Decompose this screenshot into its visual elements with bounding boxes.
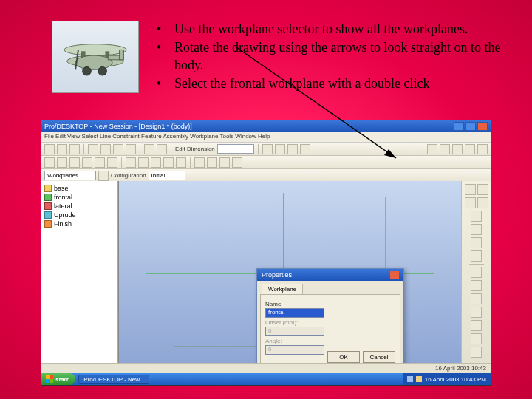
spline-icon[interactable] [107, 157, 117, 168]
feature-icon[interactable] [207, 157, 217, 168]
close-button[interactable] [477, 122, 488, 131]
cancel-button[interactable]: Cancel [363, 351, 395, 363]
feature-icon [44, 220, 52, 228]
arc-icon[interactable] [95, 157, 105, 168]
status-date: 16 April 2003 10:43 [435, 365, 486, 372]
top-icon[interactable] [471, 333, 482, 344]
nav-icon[interactable] [465, 197, 476, 208]
tool-icon[interactable] [275, 144, 285, 154]
select-icon[interactable] [44, 157, 55, 168]
tree-item[interactable]: lateral [44, 202, 115, 211]
instruction-3: Select the frontal workplane with a doub… [174, 75, 502, 92]
svg-point-4 [75, 55, 112, 69]
plane-icon [44, 194, 52, 201]
windows-logo-icon [46, 375, 53, 383]
workplane-tab[interactable]: Workplane [262, 284, 303, 294]
feature-icon[interactable] [194, 157, 205, 168]
system-tray[interactable]: 16 April 2003 10:43 PM [403, 373, 491, 385]
top-row: •Use the workplane selector to show all … [52, 21, 502, 95]
angle-input: 0 [265, 345, 324, 355]
view-icon[interactable] [465, 144, 475, 154]
constraint-icon[interactable] [138, 157, 149, 168]
tool-icon[interactable] [287, 144, 298, 154]
help-icon[interactable] [477, 144, 488, 154]
circle-icon[interactable] [69, 157, 80, 168]
maximize-button[interactable] [466, 122, 476, 131]
feature-icon[interactable] [232, 157, 242, 168]
tool-icon[interactable] [300, 144, 310, 154]
instruction-1: Use the workplane selector to show all t… [174, 21, 502, 38]
constraint-icon[interactable] [126, 157, 136, 168]
tree-item[interactable]: base [44, 184, 115, 193]
ok-button[interactable]: OK [327, 351, 360, 363]
view-icon[interactable] [427, 144, 437, 154]
properties-dialog: Properties Workplane Name: frontal Offse… [256, 268, 404, 378]
svg-rect-6 [120, 50, 124, 59]
right-toolbar [461, 181, 491, 373]
dialog-help-button[interactable] [381, 271, 390, 279]
constraint-icon[interactable] [163, 157, 174, 168]
feature-tree: base frontal lateral Uprude Finish [41, 181, 117, 231]
undo-icon[interactable] [144, 144, 154, 154]
browser-panel: base frontal lateral Uprude Finish [41, 181, 118, 373]
dialog-titlebar[interactable]: Properties [257, 269, 403, 281]
workplane-selector[interactable]: Workplanes [44, 171, 96, 180]
dialog-body: Name: frontal Offset (mm): 0 Angle: 0 OK… [260, 294, 400, 366]
tray-icon[interactable] [416, 376, 422, 382]
menu-bar[interactable]: File Edit View Select Line Constraint Fe… [41, 132, 491, 143]
open-icon[interactable] [57, 144, 67, 154]
view-icon[interactable] [452, 144, 463, 154]
nav-icon[interactable] [465, 184, 476, 195]
name-input[interactable]: frontal [265, 308, 324, 318]
app-title: Pro/DESKTOP - New Session - [Design1 * (… [44, 123, 192, 130]
minimize-button[interactable] [454, 122, 464, 131]
copy-icon[interactable] [113, 144, 123, 154]
3d-viewport[interactable]: Properties Workplane Name: frontal Offse… [118, 181, 461, 373]
shade-icon[interactable] [471, 267, 482, 278]
front-icon[interactable] [471, 320, 482, 331]
pan-icon[interactable] [471, 237, 482, 248]
wireframe-icon[interactable] [471, 280, 482, 291]
hidden-icon[interactable] [471, 293, 482, 304]
nav-icon[interactable] [477, 184, 488, 195]
tree-item[interactable]: Uprude [44, 211, 115, 219]
name-label: Name: [265, 301, 395, 307]
config-label: Configuration [111, 172, 146, 179]
angle-label: Angle: [265, 338, 395, 344]
taskbar-item[interactable]: Pro/DESKTOP - New... [78, 375, 149, 384]
paste-icon[interactable] [126, 144, 136, 154]
dropdown-icon[interactable] [98, 171, 109, 181]
dimension-field[interactable] [217, 144, 254, 154]
status-bar: 16 April 2003 10:43 [41, 363, 491, 373]
feature-icon[interactable] [219, 157, 230, 168]
zoom-icon[interactable] [471, 224, 482, 235]
svg-point-7 [83, 66, 92, 75]
redo-icon[interactable] [157, 144, 167, 154]
tray-icon[interactable] [407, 376, 413, 382]
new-icon[interactable] [44, 144, 55, 154]
nav-icon[interactable] [477, 197, 488, 208]
rect-icon[interactable] [82, 157, 92, 168]
iso-icon[interactable] [471, 307, 482, 318]
cut-icon[interactable] [100, 144, 111, 154]
constraint-icon[interactable] [151, 157, 161, 168]
constraint-icon[interactable] [176, 157, 186, 168]
rotate-icon[interactable] [471, 211, 482, 222]
biplane-thumbnail [52, 21, 139, 93]
app-screenshot: Pro/DESKTOP - New Session - [Design1 * (… [41, 120, 491, 386]
tree-item[interactable]: Finish [44, 219, 115, 228]
tree-item[interactable]: frontal [44, 193, 115, 202]
config-selector[interactable]: Initial [149, 171, 185, 180]
feature-icon [44, 211, 52, 219]
line-icon[interactable] [57, 157, 67, 168]
start-button[interactable]: start [41, 373, 75, 385]
tool-icon[interactable] [262, 144, 273, 154]
fit-icon[interactable] [471, 250, 482, 262]
print-icon[interactable] [88, 144, 98, 154]
view-icon[interactable] [440, 144, 450, 154]
toolbar-row-1: Edit Dimension [41, 143, 491, 156]
save-icon[interactable] [69, 144, 80, 154]
offset-input: 0 [265, 327, 324, 336]
dialog-close-button[interactable] [390, 271, 399, 279]
side-icon[interactable] [471, 347, 482, 358]
